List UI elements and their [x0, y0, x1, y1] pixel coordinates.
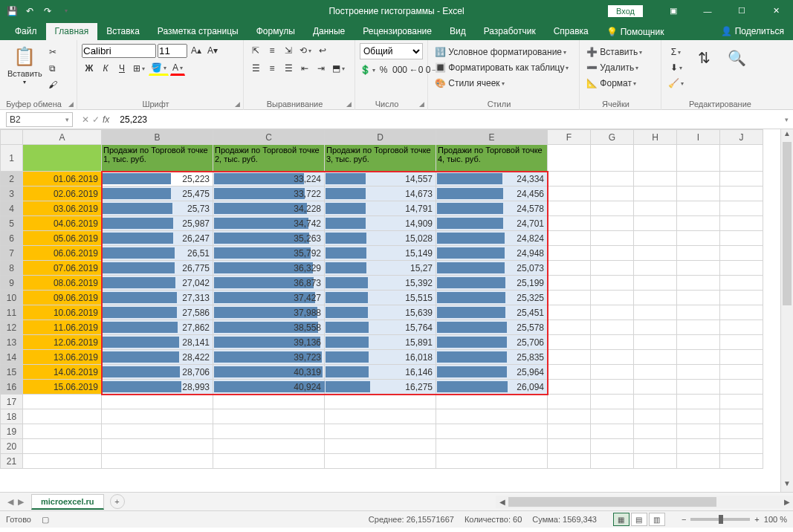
cell-date[interactable]: 10.06.2019 [23, 305, 102, 320]
view-page-layout-icon[interactable]: ▤ [631, 513, 647, 526]
hscroll-thumb[interactable] [508, 497, 716, 507]
cell-value[interactable]: 34,742 [213, 216, 325, 231]
tab-insert[interactable]: Вставка [97, 23, 149, 40]
cell-value[interactable]: 28,141 [102, 335, 213, 350]
copy-icon[interactable]: ⧉ [45, 61, 60, 76]
redo-icon[interactable]: ↷ [42, 5, 54, 17]
border-icon[interactable]: ⊞ [131, 61, 147, 76]
cell-value[interactable]: 25,223 [102, 172, 213, 186]
cell-value[interactable]: 25,325 [436, 291, 548, 305]
row-header[interactable]: 16 [1, 380, 23, 395]
clipboard-dialog-icon[interactable]: ◢ [66, 100, 75, 108]
cell-value[interactable]: 27,042 [102, 276, 213, 291]
align-bottom-icon[interactable]: ⇲ [281, 43, 296, 58]
delete-cells-button[interactable]: ➖ Удалить [584, 60, 656, 75]
cell-value[interactable]: 25,578 [436, 320, 548, 335]
increase-decimal-icon[interactable]: ←0 [409, 62, 424, 77]
row-header[interactable]: 20 [1, 439, 23, 454]
cell-value[interactable]: 27,862 [102, 320, 213, 335]
cell-value[interactable]: 28,422 [102, 350, 213, 365]
table-col-header[interactable]: Продажи по Торговой точке 4, тыс. руб. [436, 145, 548, 172]
tab-page-layout[interactable]: Разметка страницы [149, 23, 247, 40]
cell-value[interactable]: 24,456 [436, 186, 548, 201]
undo-icon[interactable]: ↶ [24, 5, 36, 17]
save-icon[interactable]: 💾 [6, 5, 18, 17]
scroll-up-icon[interactable]: ▲ [781, 129, 793, 142]
row-header[interactable]: 13 [1, 335, 23, 350]
sheet-tab[interactable]: microexcel.ru [31, 494, 104, 510]
cell-value[interactable]: 14,673 [325, 186, 436, 201]
col-header-c[interactable]: C [213, 130, 325, 145]
zoom-level[interactable]: 100 % [764, 515, 787, 524]
merge-icon[interactable]: ⬒ [330, 61, 347, 76]
horizontal-scrollbar[interactable]: ◀ ▶ [496, 496, 793, 508]
paste-button[interactable]: 📋 Вставить ▾ [4, 43, 45, 92]
cell-value[interactable]: 14,909 [325, 216, 436, 231]
formula-input[interactable] [115, 112, 780, 127]
cell-value[interactable]: 25,964 [436, 365, 548, 380]
align-center-icon[interactable]: ≡ [265, 61, 279, 76]
format-table-button[interactable]: 🔳 Форматировать как таблицу [433, 60, 574, 75]
cell-value[interactable]: 16,146 [325, 365, 436, 380]
conditional-formatting-button[interactable]: 🔢 Условное форматирование [433, 45, 574, 59]
fill-icon[interactable]: ⬇ [666, 60, 686, 75]
cell-value[interactable]: 27,313 [102, 291, 213, 305]
cell-value[interactable]: 25,835 [436, 350, 548, 365]
tab-help[interactable]: Справка [545, 23, 598, 40]
table-col-header[interactable]: Продажи по Торговой точке 1, тыс. руб. [102, 145, 213, 172]
maximize-icon[interactable]: ☐ [725, 0, 759, 22]
row-header[interactable]: 2 [1, 172, 23, 186]
cell-value[interactable]: 37,427 [213, 291, 325, 305]
cell-value[interactable]: 24,334 [436, 172, 548, 186]
sheet-nav-next-icon[interactable]: ▶ [18, 497, 24, 507]
format-cells-button[interactable]: 📐 Формат [584, 76, 656, 91]
sort-filter-button[interactable]: ⇅ [689, 45, 719, 91]
row-header[interactable]: 1 [1, 145, 23, 172]
cell-date[interactable]: 14.06.2019 [23, 365, 102, 380]
minimize-icon[interactable]: — [690, 0, 725, 22]
scroll-thumb[interactable] [783, 142, 792, 305]
enter-formula-icon[interactable]: ✓ [92, 114, 100, 125]
align-right-icon[interactable]: ☰ [281, 61, 296, 76]
italic-button[interactable]: К [98, 61, 113, 76]
cell-value[interactable]: 24,948 [436, 246, 548, 261]
cell-date[interactable]: 03.06.2019 [23, 201, 102, 216]
cell-value[interactable]: 24,578 [436, 201, 548, 216]
cell-value[interactable]: 35,792 [213, 246, 325, 261]
cell-value[interactable]: 33,224 [213, 172, 325, 186]
wrap-text-icon[interactable]: ↩ [315, 43, 330, 58]
cell-value[interactable]: 16,275 [325, 380, 436, 395]
sheet-nav-prev-icon[interactable]: ◀ [7, 497, 13, 507]
sign-in-button[interactable]: Вход [608, 5, 643, 17]
macro-record-icon[interactable]: ▢ [42, 515, 49, 525]
col-header-g[interactable]: G [591, 130, 634, 145]
cell-value[interactable]: 15,392 [325, 276, 436, 291]
cell-value[interactable]: 28,706 [102, 365, 213, 380]
scroll-right-icon[interactable]: ▶ [780, 498, 793, 506]
cell-value[interactable]: 14,791 [325, 201, 436, 216]
clear-icon[interactable]: 🧹 [666, 76, 686, 91]
zoom-out-icon[interactable]: − [682, 515, 686, 524]
row-header[interactable]: 15 [1, 365, 23, 380]
cell-value[interactable]: 37,988 [213, 305, 325, 320]
row-header[interactable]: 18 [1, 409, 23, 424]
number-dialog-icon[interactable]: ◢ [417, 100, 426, 108]
cell-date[interactable]: 02.06.2019 [23, 186, 102, 201]
vertical-scrollbar[interactable]: ▲ ▼ [780, 129, 793, 492]
cell-date[interactable]: 07.06.2019 [23, 261, 102, 276]
tab-file[interactable]: Файл [6, 23, 46, 40]
cell-date[interactable]: 11.06.2019 [23, 320, 102, 335]
col-header-i[interactable]: I [677, 130, 720, 145]
cell-value[interactable]: 26,51 [102, 246, 213, 261]
row-header[interactable]: 17 [1, 395, 23, 409]
cut-icon[interactable]: ✂ [45, 45, 60, 59]
row-header[interactable]: 8 [1, 261, 23, 276]
cell-value[interactable]: 15,891 [325, 335, 436, 350]
font-size-input[interactable] [158, 44, 187, 58]
row-header[interactable]: 21 [1, 454, 23, 469]
col-header-f[interactable]: F [548, 130, 591, 145]
row-header[interactable]: 5 [1, 216, 23, 231]
view-normal-icon[interactable]: ▦ [613, 513, 629, 526]
expand-formula-icon[interactable]: ▾ [780, 116, 793, 123]
font-name-input[interactable] [82, 44, 156, 58]
